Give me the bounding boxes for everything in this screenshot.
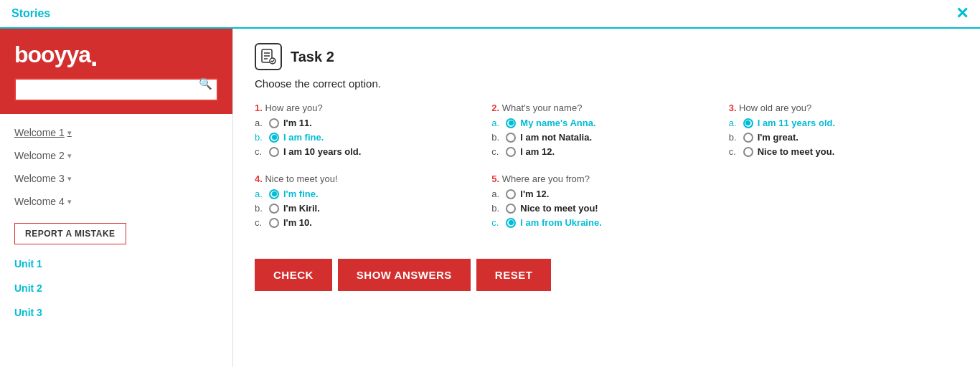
close-button[interactable]: ✕ [956, 6, 969, 22]
option-text: I'm fine. [283, 189, 319, 199]
option-text: I am 10 years old. [283, 146, 361, 157]
option-text: I'm 10. [283, 217, 312, 228]
question-block: 5. Where are you from?a.I'm 12.b.Nice to… [491, 173, 721, 232]
radio-icon[interactable] [269, 147, 279, 157]
sidebar-item-welcome3[interactable]: Welcome 3 ▾ [0, 167, 232, 190]
option-text: Nice to meet you! [520, 203, 598, 214]
option-text: I'm 11. [283, 118, 312, 128]
option-text: I'm 12. [520, 189, 549, 199]
radio-icon[interactable] [506, 189, 516, 199]
option-text: I am from Ukraine. [520, 217, 601, 228]
option-row[interactable]: a.My name's Anna. [491, 118, 721, 128]
radio-icon[interactable] [506, 133, 516, 143]
nav-label: Welcome 3 [14, 173, 65, 184]
option-letter: b. [255, 132, 265, 143]
option-row[interactable]: a.I am 11 years old. [729, 118, 958, 128]
radio-icon[interactable] [506, 218, 516, 228]
radio-icon[interactable] [269, 218, 279, 228]
question-block: 3. How old are you?a.I am 11 years old.b… [729, 103, 958, 161]
option-row[interactable]: c.Nice to meet you. [729, 146, 958, 157]
option-letter: c. [255, 146, 265, 157]
sidebar-item-unit2[interactable]: Unit 2 [0, 276, 232, 300]
option-row[interactable]: b.I'm great. [729, 132, 958, 143]
option-letter: a. [729, 118, 739, 128]
task-title: Task 2 [291, 49, 334, 65]
logo-dot: . [90, 42, 98, 72]
check-button[interactable]: CHECK [255, 259, 332, 291]
option-letter: b. [491, 203, 501, 214]
question-label: 2. What's your name? [491, 103, 721, 113]
radio-icon[interactable] [269, 204, 279, 214]
nav-label: Welcome 2 [14, 150, 65, 161]
chevron-down-icon: ▾ [67, 197, 72, 206]
report-btn-wrap: REPORT A MISTAKE [0, 220, 232, 252]
option-row[interactable]: c.I am from Ukraine. [491, 217, 721, 228]
option-text: I'm great. [758, 132, 798, 143]
option-letter: b. [491, 132, 501, 143]
task-icon [255, 43, 282, 70]
reset-button[interactable]: RESET [476, 259, 552, 291]
sidebar-header: booyya. 🔍 [0, 29, 232, 114]
app-container: Stories ✕ booyya. 🔍 Welcome 1 ▾ [0, 0, 980, 367]
search-wrap: 🔍 [14, 78, 218, 101]
radio-icon[interactable] [743, 147, 753, 157]
sidebar-nav: Welcome 1 ▾ Welcome 2 ▾ Welcome 3 ▾ Welc… [0, 114, 232, 220]
top-bar-title: Stories [11, 7, 50, 20]
option-text: My name's Anna. [520, 118, 595, 128]
question-block: 2. What's your name?a.My name's Anna.b.I… [491, 103, 721, 161]
sidebar: booyya. 🔍 Welcome 1 ▾ Welcome 2 ▾ Welcom… [0, 29, 233, 367]
sidebar-item-welcome1[interactable]: Welcome 1 ▾ [0, 121, 232, 144]
radio-icon[interactable] [506, 118, 516, 128]
radio-icon[interactable] [269, 118, 279, 128]
nav-label: Welcome 4 [14, 196, 65, 207]
show-answers-button[interactable]: SHOW ANSWERS [338, 259, 471, 291]
option-letter: a. [255, 189, 265, 199]
radio-icon[interactable] [506, 204, 516, 214]
option-row[interactable]: b.I am not Natalia. [491, 132, 721, 143]
search-icon: 🔍 [199, 77, 212, 90]
radio-icon[interactable] [743, 118, 753, 128]
logo-text: booyya. [14, 42, 98, 67]
option-letter: c. [255, 217, 265, 228]
option-letter: a. [491, 118, 501, 128]
main-layout: booyya. 🔍 Welcome 1 ▾ Welcome 2 ▾ Welcom… [0, 29, 980, 367]
option-letter: a. [491, 189, 501, 199]
option-row[interactable]: b.I am fine. [255, 132, 484, 143]
sidebar-item-unit3[interactable]: Unit 3 [0, 300, 232, 325]
questions-grid: 1. How are you?a.I'm 11.b.I am fine.c.I … [255, 103, 958, 244]
sidebar-item-unit1[interactable]: Unit 1 [0, 252, 232, 276]
question-label: 5. Where are you from? [491, 173, 721, 184]
option-row[interactable]: c.I'm 10. [255, 217, 484, 228]
sidebar-item-welcome2[interactable]: Welcome 2 ▾ [0, 144, 232, 167]
option-text: I am not Natalia. [520, 132, 592, 143]
question-block: 4. Nice to meet you!a.I'm fine.b.I'm Kir… [255, 173, 484, 232]
option-row[interactable]: b.Nice to meet you! [491, 203, 721, 214]
chevron-down-icon: ▾ [67, 151, 72, 161]
option-text: Nice to meet you. [758, 146, 835, 157]
content-area: Task 2 Choose the correct option. 1. How… [233, 29, 980, 367]
option-row[interactable]: a.I'm 12. [491, 189, 721, 199]
option-letter: c. [491, 146, 501, 157]
option-letter: c. [491, 217, 501, 228]
option-row[interactable]: c.I am 12. [491, 146, 721, 157]
sidebar-item-welcome4[interactable]: Welcome 4 ▾ [0, 190, 232, 213]
option-row[interactable]: b.I'm Kiril. [255, 203, 484, 214]
question-label: 4. Nice to meet you! [255, 173, 484, 184]
radio-icon[interactable] [269, 189, 279, 199]
task-header: Task 2 [255, 43, 958, 70]
search-input[interactable] [14, 78, 218, 101]
task-instruction: Choose the correct option. [255, 77, 958, 90]
report-mistake-button[interactable]: REPORT A MISTAKE [14, 223, 126, 244]
option-text: I am 11 years old. [758, 118, 835, 128]
option-text: I am fine. [283, 132, 324, 143]
radio-icon[interactable] [269, 133, 279, 143]
radio-icon[interactable] [506, 147, 516, 157]
option-row[interactable]: a.I'm fine. [255, 189, 484, 199]
question-label: 1. How are you? [255, 103, 484, 113]
radio-icon[interactable] [743, 133, 753, 143]
question-label: 3. How old are you? [729, 103, 958, 113]
question-block: 1. How are you?a.I'm 11.b.I am fine.c.I … [255, 103, 484, 161]
option-row[interactable]: c.I am 10 years old. [255, 146, 484, 157]
sidebar-logo: booyya. [14, 42, 218, 68]
option-row[interactable]: a.I'm 11. [255, 118, 484, 128]
